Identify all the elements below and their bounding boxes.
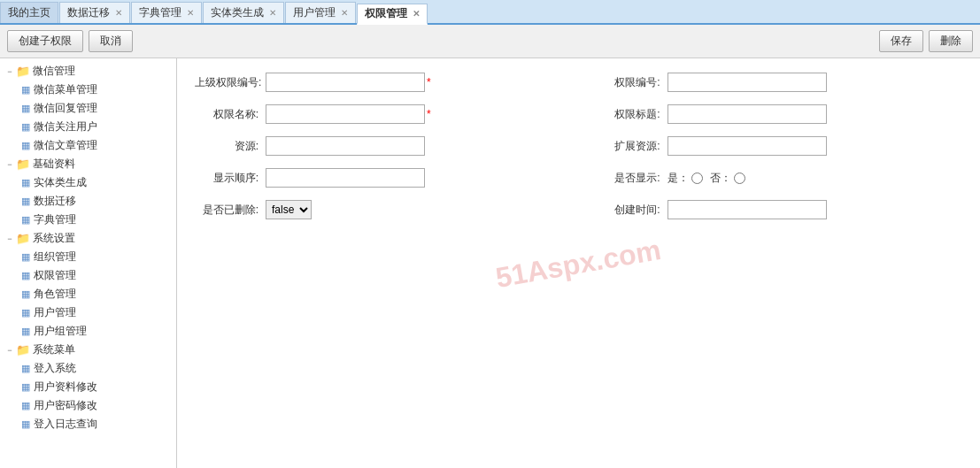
tree-item-weixin-fans-label: 微信关注用户 [34,119,97,134]
tree-item-org[interactable]: ▦ 组织管理 [18,248,176,266]
label-created-time: 创建时间: [597,203,667,218]
delete-button[interactable]: 删除 [929,30,973,52]
tab-user-close[interactable]: ✕ [341,8,348,18]
tree-item-login[interactable]: ▦ 登入系统 [18,359,176,378]
form-panel: 51Aspx.com 上级权限编号: * 权限编号: 权限名称: [177,58,980,468]
tree-item-weixin-reply[interactable]: ▦ 微信回复管理 [18,99,176,118]
tree-toggle-menu: － [4,344,16,357]
tree-group-weixin-header[interactable]: － 📁 微信管理 [0,62,176,81]
input-permission-no[interactable] [667,73,827,92]
tree-item-dict[interactable]: ▦ 字典管理 [18,211,176,229]
tab-data-migration[interactable]: 数据迁移 ✕ [59,2,130,23]
tree-item-datamigration-label: 数据迁移 [34,194,76,209]
tree-children-basic: ▦ 实体类生成 ▦ 数据迁移 ▦ 字典管理 [0,173,176,229]
tree-group-system-header[interactable]: － 📁 系统设置 [0,229,176,248]
tree-group-system-label: 系统设置 [33,231,75,246]
tab-bar: 我的主页 数据迁移 ✕ 字典管理 ✕ 实体类生成 ✕ 用户管理 ✕ 权限管理 ✕ [0,0,980,25]
radio-no-label: 否： [710,171,745,186]
tree-item-datamigration[interactable]: ▦ 数据迁移 [18,192,176,211]
tab-entity-label: 实体类生成 [211,5,264,20]
tree-item-icon: ▦ [21,381,30,393]
tree-item-dict-label: 字典管理 [34,212,76,227]
input-parent-permission-no[interactable] [266,73,425,92]
tree-toggle-basic: － [4,158,16,171]
tree-item-usergroup[interactable]: ▦ 用户组管理 [18,322,176,341]
tree-item-usergroup-label: 用户组管理 [34,324,87,339]
input-created-time[interactable] [667,200,827,219]
input-display-order[interactable] [266,168,425,188]
tab-permission-close[interactable]: ✕ [413,9,420,19]
tree-group-basic-header[interactable]: － 📁 基础资料 [0,155,176,173]
cancel-button[interactable]: 取消 [89,30,133,52]
tab-entity-close[interactable]: ✕ [269,8,276,18]
form-row-4: 显示顺序: 是否显示: 是： 否： [195,168,962,188]
form-half-resource: 资源: [195,136,561,156]
tree-item-user[interactable]: ▦ 用户管理 [18,303,176,322]
tree-item-weixin-fans[interactable]: ▦ 微信关注用户 [18,118,176,136]
tree-item-perm[interactable]: ▦ 权限管理 [18,266,176,285]
label-permission-name: 权限名称: [195,107,266,122]
label-display-order: 显示顺序: [195,171,266,186]
tree-group-menu-header[interactable]: － 📁 系统菜单 [0,341,176,359]
tree-item-icon: ▦ [21,418,30,430]
select-is-deleted[interactable]: false true [266,200,312,219]
tab-user-label: 用户管理 [293,5,336,20]
form-half-created-time: 创建时间: [597,200,963,219]
radio-yes[interactable] [691,173,703,184]
tree-item-icon: ▦ [21,288,30,300]
folder-icon-weixin: 📁 [16,65,30,78]
required-star-name: * [427,108,431,120]
label-is-display: 是否显示: [597,171,667,186]
tab-entity[interactable]: 实体类生成 ✕ [203,2,284,23]
tree-item-org-label: 组织管理 [34,249,76,265]
radio-no[interactable] [734,173,745,184]
tab-permission-label: 权限管理 [365,6,407,21]
form-row-2: 权限名称: * 权限标题: [195,104,962,124]
tree-item-entity-label: 实体类生成 [34,175,87,190]
tree-item-weixin-article-label: 微信文章管理 [34,138,97,153]
input-permission-title[interactable] [667,104,827,124]
create-child-button[interactable]: 创建子权限 [7,30,83,52]
form-row-3: 资源: 扩展资源: [195,136,962,156]
tree-group-menu: － 📁 系统菜单 ▦ 登入系统 ▦ 用户资料修改 ▦ 用户密码修改 [0,341,176,433]
form-half-parent-no: 上级权限编号: * [195,73,561,92]
tree-item-login-label: 登入系统 [34,361,76,376]
label-ext-resource: 扩展资源: [597,139,667,154]
label-is-deleted: 是否已删除: [195,203,266,218]
input-resource[interactable] [266,136,425,156]
input-ext-resource[interactable] [667,136,827,156]
tab-data-migration-close[interactable]: ✕ [115,8,122,18]
save-button[interactable]: 保存 [879,30,923,52]
tab-dict[interactable]: 字典管理 ✕ [131,2,202,23]
tree-item-perm-label: 权限管理 [34,268,76,283]
input-permission-name[interactable] [266,104,425,124]
form-half-perm-title: 权限标题: [597,104,963,124]
tree-children-weixin: ▦ 微信菜单管理 ▦ 微信回复管理 ▦ 微信关注用户 ▦ 微信文章管理 [0,81,176,155]
required-star-parent: * [427,76,431,88]
tab-dict-close[interactable]: ✕ [187,8,194,18]
tree-item-role[interactable]: ▦ 角色管理 [18,285,176,303]
label-parent-permission-no: 上级权限编号: [195,75,266,90]
tree-item-weixin-article[interactable]: ▦ 微信文章管理 [18,136,176,155]
tab-home[interactable]: 我的主页 [0,2,58,23]
tree-group-basic-label: 基础资料 [33,157,75,172]
tab-user[interactable]: 用户管理 ✕ [285,2,356,23]
tree-item-icon: ▦ [21,196,30,207]
form-half-is-deleted: 是否已删除: false true [195,200,561,219]
tree-item-profile[interactable]: ▦ 用户资料修改 [18,378,176,396]
tree-item-icon: ▦ [21,363,30,374]
tab-permission[interactable]: 权限管理 ✕ [357,4,428,25]
form-row-5: 是否已删除: false true 创建时间: [195,200,962,219]
tree-item-weixin-menu[interactable]: ▦ 微信菜单管理 [18,81,176,99]
form-row-1: 上级权限编号: * 权限编号: [195,73,962,92]
tree-group-weixin: － 📁 微信管理 ▦ 微信菜单管理 ▦ 微信回复管理 ▦ 微信关注用 [0,62,176,155]
tree-item-entity[interactable]: ▦ 实体类生成 [18,173,176,192]
tree-item-profile-label: 用户资料修改 [34,380,97,395]
toolbar: 创建子权限 取消 保存 删除 [0,25,980,58]
tree-item-role-label: 角色管理 [34,287,76,302]
tree-item-log[interactable]: ▦ 登入日志查询 [18,415,176,433]
tree-item-icon: ▦ [21,214,30,226]
tree-item-password[interactable]: ▦ 用户密码修改 [18,396,176,415]
tree-item-user-label: 用户管理 [34,305,76,320]
folder-icon-menu: 📁 [16,343,30,357]
